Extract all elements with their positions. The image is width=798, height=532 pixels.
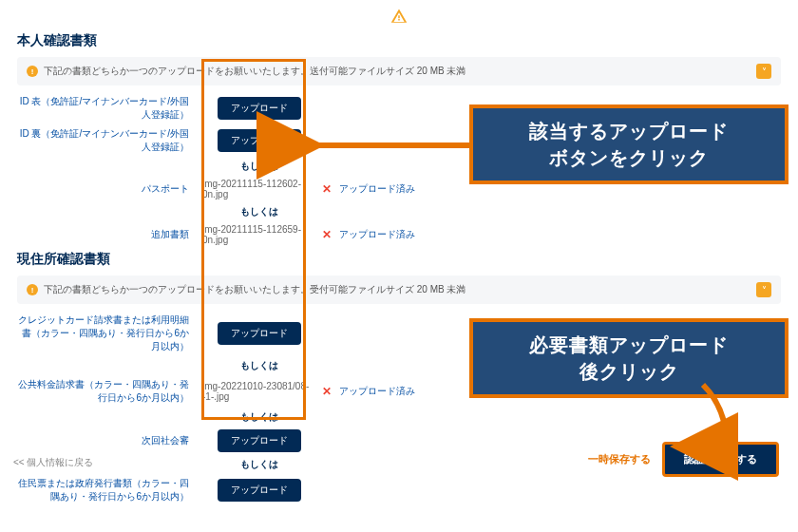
upload-button-cc[interactable]: アップロード (218, 322, 301, 345)
or-text-3: もしくは (240, 359, 278, 372)
or-text-5: もしくは (240, 458, 278, 471)
cc-statement-label: クレジットカード請求書または利用明細書（カラー・四隅あり・発行日から6か月以内） (17, 314, 202, 353)
extra-done: アップロード済み (339, 228, 415, 241)
passport-label: パスポート (17, 182, 202, 196)
submit-button[interactable]: 認証を送信する (662, 442, 779, 477)
upload-button-id-back[interactable]: アップロード (218, 129, 301, 152)
address-note: ! 下記の書類どちらか一つのアップロードをお願いいたします。受付可能ファイルサイ… (17, 276, 781, 304)
identity-title: 本人確認書類 (17, 32, 781, 49)
utility-filename: img-20221010-23081/08--1-.jpg (202, 381, 316, 402)
extra-filename: img-20211115-112659-0n.jpg (202, 224, 316, 245)
passport-filename: img-20211115-112602-0n.jpg (202, 179, 316, 200)
utility-done: アップロード済み (339, 385, 415, 398)
chevron-down-icon-2[interactable]: ˅ (756, 282, 771, 297)
footer-buttons: 一時保存する 認証を送信する (588, 442, 779, 477)
upload-button-id-front[interactable]: アップロード (218, 97, 301, 120)
save-button[interactable]: 一時保存する (588, 452, 651, 466)
address-note-text: 下記の書類どちらか一つのアップロードをお願いいたします。受付可能ファイルサイズ … (44, 283, 466, 296)
extra-doc-label: 追加書類 (17, 228, 202, 241)
delete-icon[interactable]: ✕ (322, 182, 332, 196)
warning-icon (390, 8, 408, 25)
or-text-4: もしくは (240, 410, 278, 424)
delete-icon-2[interactable]: ✕ (322, 228, 332, 241)
back-link[interactable]: << 個人情報に戻る (13, 456, 93, 469)
chevron-down-icon[interactable]: ˅ (756, 64, 771, 79)
resident-label: 住民票または政府発行書類（カラー・四隅あり・発行日から6か月以内） (17, 477, 202, 504)
delete-icon-3[interactable]: ✕ (322, 385, 332, 398)
passport-done: アップロード済み (339, 182, 415, 196)
top-warning (17, 8, 781, 27)
upload-button-resident[interactable]: アップロード (218, 479, 301, 502)
identity-note: ! 下記の書類どちらか一つのアップロードをお願いいたします。送付可能ファイルサイ… (17, 57, 781, 86)
annotation-callout-submit: 必要書類アップロード 後クリック (469, 318, 788, 398)
extra2-label: 次回社会審 (17, 434, 202, 447)
or-text-2: もしくは (240, 205, 278, 218)
utility-label: 公共料金請求書（カラー・四隅あり・発行日から6か月以内） (17, 378, 202, 405)
info-icon: ! (27, 66, 38, 77)
info-icon-2: ! (27, 284, 38, 295)
id-back-label: ID 裏（免許証/マイナンバーカード/外国人登録証） (17, 127, 202, 154)
extra-doc-row: 追加書類 img-20211115-112659-0n.jpg ✕ アップロード… (17, 224, 781, 245)
identity-note-text: 下記の書類どちらか一つのアップロードをお願いいたします。送付可能ファイルサイズ … (44, 65, 466, 78)
or-text: もしくは (240, 160, 278, 173)
annotation-callout-upload: 該当するアップロード ボタンをクリック (469, 104, 788, 184)
resident-row: 住民票または政府発行書類（カラー・四隅あり・発行日から6か月以内） アップロード (17, 477, 781, 504)
address-title: 現住所確認書類 (17, 251, 781, 268)
id-front-label: ID 表（免許証/マイナンバーカード/外国人登録証） (17, 95, 202, 122)
upload-button-extra2[interactable]: アップロード (218, 429, 301, 452)
